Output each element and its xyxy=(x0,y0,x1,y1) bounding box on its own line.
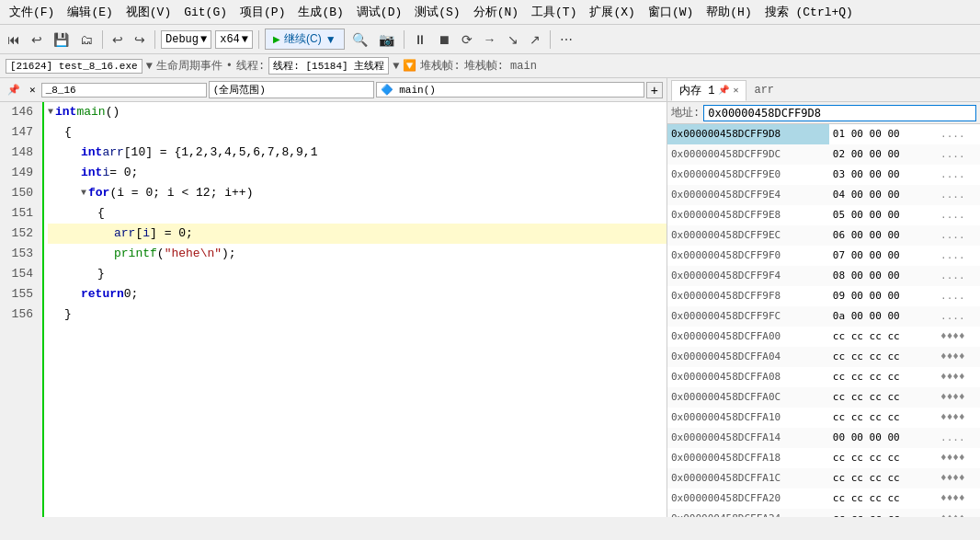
mem-bytes: 09 00 00 00 xyxy=(829,286,937,306)
code-line: printf("hehe\n"); xyxy=(48,244,667,264)
toolbar-step-out-btn[interactable]: ↗ xyxy=(526,30,544,49)
toolbar-back-btn[interactable]: ⏮ xyxy=(4,30,24,49)
mem-bytes: cc cc cc cc xyxy=(829,408,937,428)
memory-table-container[interactable]: 0x000000458DCFF9D801 00 00 00....0x00000… xyxy=(667,124,980,517)
expand-arrow-icon[interactable]: ▼ xyxy=(48,102,53,122)
memory-row: 0x000000458DCFFA20cc cc cc cc♦♦♦♦ xyxy=(667,488,980,509)
toolbar-step-in-btn[interactable]: ↘ xyxy=(504,30,522,49)
memory-close-icon[interactable]: ✕ xyxy=(733,85,738,96)
menu-file[interactable]: 文件(F) xyxy=(4,2,60,22)
menu-view[interactable]: 视图(V) xyxy=(120,2,177,22)
config-dropdown[interactable]: Debug ▼ xyxy=(161,30,211,49)
code-content[interactable]: 146147148149150151152153154155156 ▼int m… xyxy=(0,102,667,517)
menu-debug[interactable]: 调试(D) xyxy=(351,2,407,22)
toolbar-search-btn[interactable]: 🔍 xyxy=(348,30,371,49)
toolbar-step-over-btn[interactable]: → xyxy=(480,30,500,49)
line-number: 146 xyxy=(0,102,37,122)
pin-icon: 📌 xyxy=(4,84,24,96)
memory-row: 0x000000458DCFFA1Ccc cc cc cc♦♦♦♦ xyxy=(667,468,980,488)
code-token: ] = 0; xyxy=(150,224,193,244)
func-dropdown[interactable]: 🔷 main() xyxy=(376,82,644,98)
stack-value: 堆栈帧: main xyxy=(464,58,537,74)
menu-help[interactable]: 帮助(H) xyxy=(701,2,757,22)
pipe-sep2: ▼ xyxy=(393,60,399,73)
line-number: 150 xyxy=(0,183,37,203)
code-token: [10] = {1,2,3,4,5,6,7,8,9,1 xyxy=(124,143,318,163)
mem-bytes: 0a 00 00 00 xyxy=(829,306,937,327)
toolbar-redo-btn[interactable]: ↪ xyxy=(131,30,149,49)
toolbar-save2-btn[interactable]: 🗂 xyxy=(76,30,97,49)
code-token: i xyxy=(142,224,150,244)
toolbar-more-btn[interactable]: ⋯ xyxy=(556,30,576,49)
mem-address: 0x000000458DCFF9E8 xyxy=(667,205,829,225)
mem-address: 0x000000458DCFF9E4 xyxy=(667,185,829,205)
code-token: int xyxy=(55,102,76,122)
code-lines-container: 146147148149150151152153154155156 ▼int m… xyxy=(0,102,667,517)
toolbar-restart-btn[interactable]: ⟳ xyxy=(458,30,476,49)
filename-dropdown[interactable]: _8_16 xyxy=(41,83,207,98)
code-token: main xyxy=(76,102,105,122)
toolbar-sep3 xyxy=(258,30,259,49)
address-input[interactable] xyxy=(703,105,976,121)
menu-project[interactable]: 项目(P) xyxy=(234,2,291,22)
mem-address: 0x000000458DCFF9EC xyxy=(667,225,829,246)
close-icon[interactable]: ✕ xyxy=(26,84,40,96)
code-toolbar: 📌 ✕ _8_16 (全局范围) 🔷 main() + xyxy=(0,78,667,102)
toolbar-save-btn[interactable]: 💾 xyxy=(50,30,73,49)
scope-dropdown[interactable]: (全局范围) xyxy=(209,81,374,98)
toolbar-sep5 xyxy=(550,30,551,49)
line-number: 148 xyxy=(0,143,37,163)
mem-chars: .... xyxy=(937,124,980,144)
code-line: { xyxy=(48,203,667,224)
code-token: [ xyxy=(135,224,142,244)
memory-row: 0x000000458DCFFA04cc cc cc cc♦♦♦♦ xyxy=(667,347,980,367)
memory-tabs: 内存 1 📌 ✕ arr xyxy=(667,78,980,102)
toolbar-pause-btn[interactable]: ⏸ xyxy=(410,30,430,49)
memory-row: 0x000000458DCFF9F809 00 00 00.... xyxy=(667,286,980,306)
thread-value[interactable]: 线程: [15184] 主线程 xyxy=(268,57,389,75)
memory-row: 0x000000458DCFFA1400 00 00 00.... xyxy=(667,428,980,448)
add-watch-btn[interactable]: + xyxy=(646,82,663,98)
process-value[interactable]: [21624] test_8_16.exe xyxy=(6,59,142,74)
memory-row: 0x000000458DCFFA00cc cc cc cc♦♦♦♦ xyxy=(667,327,980,347)
menu-search[interactable]: 搜索 (Ctrl+Q) xyxy=(759,2,859,22)
mem-bytes: 00 00 00 00 xyxy=(829,428,937,448)
menu-build[interactable]: 生成(B) xyxy=(292,2,348,22)
toolbar-stop-btn[interactable]: ⏹ xyxy=(434,30,454,49)
toolbar-sep2 xyxy=(154,30,155,49)
platform-label: x64 xyxy=(220,33,240,46)
mem-bytes: cc cc cc cc xyxy=(829,387,937,408)
mem-address: 0x000000458DCFFA00 xyxy=(667,327,829,347)
continue-button[interactable]: ▶ 继续(C) ▼ xyxy=(265,29,345,50)
code-token: arr xyxy=(114,224,135,244)
menu-tools[interactable]: 工具(T) xyxy=(526,2,582,22)
toolbar-undo-btn[interactable]: ↩ xyxy=(28,30,46,49)
continue-label: 继续(C) xyxy=(284,31,322,47)
mem-bytes: cc cc cc cc xyxy=(829,448,937,468)
menu-edit[interactable]: 编辑(E) xyxy=(62,2,118,22)
line-number: 154 xyxy=(0,264,37,284)
event-separator: ▼ xyxy=(146,60,153,73)
mem-address: 0x000000458DCFFA1C xyxy=(667,468,829,488)
menu-analyze[interactable]: 分析(N) xyxy=(468,2,524,22)
line-number: 152 xyxy=(0,224,37,244)
memory-row: 0x000000458DCFF9F007 00 00 00.... xyxy=(667,246,980,266)
menu-extend[interactable]: 扩展(X) xyxy=(584,2,640,22)
memory-panel: 内存 1 📌 ✕ arr 地址: 0x000000458DCFF9D801 00… xyxy=(667,78,980,517)
menu-git[interactable]: Git(G) xyxy=(178,4,233,21)
toolbar-snapshot-btn[interactable]: 📷 xyxy=(375,30,398,49)
memory-pin-icon[interactable]: 📌 xyxy=(718,85,729,96)
toolbar-undo2-btn[interactable]: ↩ xyxy=(108,30,127,49)
memory-tab-1[interactable]: 内存 1 📌 ✕ xyxy=(671,80,746,101)
menu-test[interactable]: 测试(S) xyxy=(409,2,465,22)
menu-window[interactable]: 窗口(W) xyxy=(643,2,699,22)
line-number: 147 xyxy=(0,122,37,143)
mem-address: 0x000000458DCFFA04 xyxy=(667,347,829,367)
process-bar: [21624] test_8_16.exe ▼ 生命周期事件 • 线程: 线程:… xyxy=(0,54,980,78)
platform-dropdown[interactable]: x64 ▼ xyxy=(215,30,253,49)
toolbar: ⏮ ↩ 💾 🗂 ↩ ↪ Debug ▼ x64 ▼ ▶ 继续(C) ▼ 🔍 📷 … xyxy=(0,25,980,54)
expand-arrow-icon[interactable]: ▼ xyxy=(81,183,86,203)
code-line: arr[i] = 0; xyxy=(48,224,667,244)
mem-address: 0x000000458DCFF9F0 xyxy=(667,246,829,266)
mem-address: 0x000000458DCFF9DC xyxy=(667,144,829,165)
